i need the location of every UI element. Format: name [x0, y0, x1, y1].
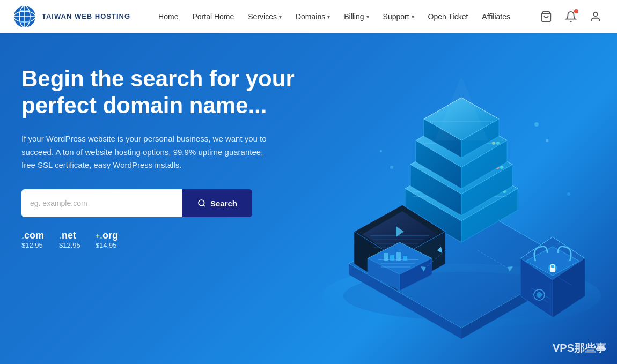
domain-com: .com $12.95 — [21, 230, 44, 249]
svg-point-79 — [567, 192, 570, 196]
svg-point-78 — [380, 150, 382, 152]
nav-actions — [538, 8, 604, 25]
watermark-text: VPS那些事 — [553, 341, 606, 355]
domain-prices-list: .com $12.95 .net $12.95 +.org $14.95 — [21, 230, 322, 249]
notifications-button[interactable] — [562, 8, 579, 25]
net-price: $12.95 — [59, 241, 80, 249]
navbar: TAIWAN WEB HOSTING Home Portal Home Serv… — [0, 0, 617, 33]
svg-point-31 — [496, 142, 500, 145]
brand-name: TAIWAN WEB HOSTING — [42, 12, 130, 21]
nav-support[interactable]: Support ▾ — [377, 8, 421, 25]
nav-services[interactable]: Services ▾ — [241, 8, 288, 25]
billing-chevron-icon: ▾ — [366, 14, 369, 20]
svg-point-32 — [492, 142, 495, 145]
svg-point-6 — [593, 12, 597, 16]
svg-point-7 — [199, 200, 204, 206]
cart-icon — [540, 11, 552, 23]
svg-rect-58 — [403, 256, 407, 261]
nav-portal-home[interactable]: Portal Home — [186, 8, 240, 25]
cart-button[interactable] — [538, 8, 555, 25]
com-price: $12.95 — [21, 241, 43, 249]
nav-affiliates[interactable]: Affiliates — [475, 8, 517, 25]
search-button[interactable]: Search — [182, 189, 252, 217]
svg-point-77 — [390, 166, 393, 169]
domain-org: +.org $14.95 — [96, 230, 118, 249]
user-icon — [590, 11, 601, 23]
hero-illustration — [306, 33, 617, 364]
svg-rect-57 — [396, 252, 401, 261]
support-chevron-icon: ▾ — [412, 14, 414, 20]
server-scene-svg — [306, 33, 617, 364]
brand-logo-icon — [13, 5, 36, 28]
domain-net: .net $12.95 — [59, 230, 80, 249]
domain-search-bar: Search — [21, 189, 322, 217]
hero-title: Begin the search for your perfect domain… — [21, 65, 322, 120]
nav-home[interactable]: Home — [152, 8, 185, 25]
nav-domains[interactable]: Domains ▾ — [289, 8, 336, 25]
hero-content: Begin the search for your perfect domain… — [21, 65, 322, 249]
services-chevron-icon: ▾ — [279, 14, 282, 20]
svg-point-75 — [534, 122, 539, 127]
nav-billing[interactable]: Billing ▾ — [337, 8, 375, 25]
nav-links: Home Portal Home Services ▾ Domains ▾ Bi… — [152, 8, 538, 25]
hero-subtitle: If your WordPress website is your person… — [21, 132, 279, 172]
brand-logo-link[interactable]: TAIWAN WEB HOSTING — [13, 5, 130, 28]
svg-line-8 — [203, 205, 205, 206]
svg-rect-65 — [550, 268, 555, 272]
domain-search-input[interactable] — [21, 189, 182, 217]
svg-point-76 — [546, 139, 549, 142]
user-account-button[interactable] — [587, 8, 604, 25]
hero-section: Begin the search for your perfect domain… — [0, 33, 617, 364]
svg-rect-56 — [390, 255, 394, 261]
svg-rect-55 — [384, 253, 388, 261]
svg-point-25 — [500, 166, 503, 169]
org-price: $14.95 — [96, 241, 117, 249]
search-icon — [197, 199, 206, 207]
nav-open-ticket[interactable]: Open Ticket — [422, 8, 475, 25]
domains-chevron-icon: ▾ — [327, 14, 330, 20]
svg-point-70 — [537, 292, 542, 298]
notification-badge — [574, 9, 578, 13]
